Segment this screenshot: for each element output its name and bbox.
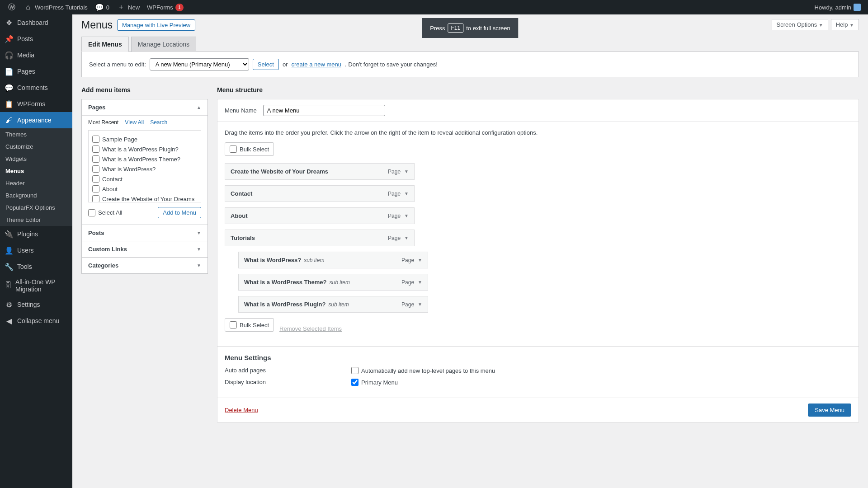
fs-rest: to exit full screen — [466, 25, 510, 32]
subtab-view-all[interactable]: View All — [125, 119, 144, 126]
avatar-icon — [854, 4, 861, 11]
page-checkbox[interactable] — [92, 136, 99, 143]
save-note: . Don't forget to save your changes! — [345, 61, 438, 68]
page-list[interactable]: Sample PageWhat is a WordPress Plugin?Wh… — [88, 130, 201, 202]
select-all-checkbox[interactable] — [88, 209, 95, 216]
site-link[interactable]: ⌂WordPress Tutorials — [20, 0, 91, 14]
submenu-item-header[interactable]: Header — [0, 177, 72, 189]
menu-structure-item[interactable]: AboutPage ▼ — [225, 207, 415, 224]
wpforms-link[interactable]: WPForms1 — [143, 0, 187, 14]
sidebar-item-all-in-one-wp-migration[interactable]: 🗄All-in-One WP Migration — [0, 275, 72, 296]
page-checkbox[interactable] — [92, 145, 99, 153]
menu-structure-item[interactable]: What is a WordPress Theme? sub itemPage … — [238, 274, 428, 291]
sidebar-item-settings[interactable]: ⚙Settings — [0, 296, 72, 313]
help-button[interactable]: Help ▼ — [831, 19, 859, 30]
submenu-item-widgets[interactable]: Widgets — [0, 153, 72, 165]
page-list-item[interactable]: Create the Website of Your Dreams — [92, 194, 197, 202]
bulk-select-bottom[interactable]: Bulk Select — [225, 318, 274, 332]
comment-count: 0 — [106, 4, 109, 11]
primary-menu-checkbox[interactable] — [351, 379, 359, 386]
page-checkbox[interactable] — [92, 175, 99, 183]
pin-icon: 📌 — [5, 34, 14, 43]
accordion-pages-header[interactable]: Pages▲ — [82, 99, 208, 115]
admin-bar: ⓦ ⌂WordPress Tutorials 💬0 +New WPForms1 … — [0, 0, 868, 14]
submenu-item-theme-editor[interactable]: Theme Editor — [0, 214, 72, 226]
main-content: Press F11 to exit full screen Screen Opt… — [72, 14, 868, 488]
screen-options-button[interactable]: Screen Options ▼ — [772, 19, 828, 30]
accordion-categories-header[interactable]: Categories▼ — [82, 258, 208, 273]
subtab-search[interactable]: Search — [150, 119, 167, 126]
primary-menu-check-row[interactable]: Primary Menu — [351, 379, 398, 386]
select-button[interactable]: Select — [253, 59, 279, 70]
page-list-item[interactable]: What is WordPress? — [92, 164, 197, 174]
plug-icon: 🔌 — [5, 230, 14, 239]
accordion-posts-header[interactable]: Posts▼ — [82, 225, 208, 241]
menu-structure-title: Menu structure — [217, 86, 859, 94]
page-list-item[interactable]: About — [92, 184, 197, 194]
menu-structure-item[interactable]: What is WordPress? sub itemPage ▼ — [238, 252, 428, 268]
sidebar-item-pages[interactable]: 📄Pages — [0, 63, 72, 80]
submenu-item-themes[interactable]: Themes — [0, 128, 72, 141]
add-items-title: Add menu items — [81, 86, 208, 94]
sidebar-item-dashboard[interactable]: ❖Dashboard — [0, 14, 72, 31]
howdy-link[interactable]: Howdy, admin — [811, 0, 864, 14]
tab-manage-locations[interactable]: Manage Locations — [131, 37, 196, 52]
or-text: or — [283, 61, 288, 68]
new-link[interactable]: +New — [113, 0, 143, 14]
display-location-label: Display location — [225, 379, 351, 386]
page-checkbox[interactable] — [92, 185, 99, 192]
add-to-menu-button[interactable]: Add to Menu — [158, 207, 201, 218]
submenu-item-menus[interactable]: Menus — [0, 165, 72, 177]
save-menu-button[interactable]: Save Menu — [808, 404, 851, 417]
menu-settings-title: Menu Settings — [225, 354, 851, 361]
subtab-most-recent[interactable]: Most Recent — [88, 119, 118, 126]
select-all-row[interactable]: Select All — [88, 208, 122, 218]
sidebar-item-users[interactable]: 👤Users — [0, 242, 72, 258]
menu-select[interactable]: A new Menu (Primary Menu) — [150, 58, 249, 70]
submenu-item-background[interactable]: Background — [0, 189, 72, 202]
page-checkbox[interactable] — [92, 165, 99, 173]
manage-live-preview-button[interactable]: Manage with Live Preview — [117, 19, 195, 31]
page-checkbox[interactable] — [92, 195, 99, 202]
bulk-select-checkbox[interactable] — [230, 145, 237, 153]
comments-link[interactable]: 💬0 — [91, 0, 113, 14]
bulk-select-checkbox-2[interactable] — [230, 321, 237, 328]
create-new-menu-link[interactable]: create a new menu — [291, 61, 341, 68]
sidebar-item-collapse-menu[interactable]: ◀Collapse menu — [0, 313, 72, 329]
delete-menu-link[interactable]: Delete Menu — [225, 407, 258, 413]
menu-structure-item[interactable]: Create the Website of Your DreamsPage ▼ — [225, 163, 415, 180]
accordion-custom-links: Custom Links▼ — [81, 241, 208, 258]
menu-name-input[interactable] — [263, 105, 385, 116]
wordpress-logo-icon: ⓦ — [7, 3, 16, 12]
howdy-text: Howdy, admin — [815, 4, 851, 11]
submenu-item-customize[interactable]: Customize — [0, 141, 72, 153]
sidebar-item-appearance[interactable]: 🖌Appearance — [0, 112, 72, 128]
fs-press: Press — [430, 25, 445, 32]
remove-selected-link[interactable]: Remove Selected Items — [279, 325, 342, 332]
page-list-item[interactable]: Contact — [92, 174, 197, 184]
menu-structure-item[interactable]: What is a WordPress Plugin? sub itemPage… — [238, 296, 428, 313]
page-list-item[interactable]: What is a WordPress Plugin? — [92, 144, 197, 154]
settings-icon: ⚙ — [5, 300, 14, 309]
sidebar-item-comments[interactable]: 💬Comments — [0, 80, 72, 96]
plus-icon: + — [117, 3, 126, 12]
sidebar-item-posts[interactable]: 📌Posts — [0, 31, 72, 47]
sidebar-item-tools[interactable]: 🔧Tools — [0, 258, 72, 275]
admin-sidebar: ❖Dashboard📌Posts🎧Media📄Pages💬Comments📋WP… — [0, 14, 72, 488]
submenu-item-popularfx-options[interactable]: PopularFX Options — [0, 202, 72, 214]
page-list-item[interactable]: Sample Page — [92, 134, 197, 144]
sidebar-item-media[interactable]: 🎧Media — [0, 47, 72, 63]
tab-edit-menus[interactable]: Edit Menus — [81, 37, 129, 52]
menu-structure-item[interactable]: TutorialsPage ▼ — [225, 230, 415, 246]
sidebar-item-plugins[interactable]: 🔌Plugins — [0, 226, 72, 242]
accordion-custom-links-header[interactable]: Custom Links▼ — [82, 241, 208, 257]
auto-add-checkbox[interactable] — [351, 367, 359, 374]
sidebar-item-wpforms[interactable]: 📋WPForms — [0, 96, 72, 112]
wp-logo[interactable]: ⓦ — [4, 0, 20, 14]
page-checkbox[interactable] — [92, 155, 99, 163]
auto-add-check-row[interactable]: Automatically add new top-level pages to… — [351, 367, 495, 374]
bulk-select-top[interactable]: Bulk Select — [225, 142, 274, 156]
menu-structure-item[interactable]: ContactPage ▼ — [225, 185, 415, 202]
page-list-item[interactable]: What is a WordPress Theme? — [92, 154, 197, 164]
accordion-posts: Posts▼ — [81, 225, 208, 241]
